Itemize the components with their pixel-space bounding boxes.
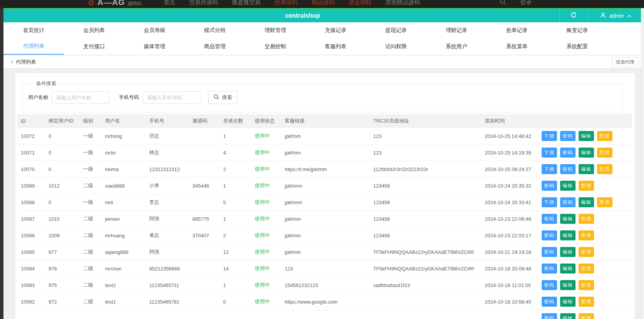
action-button-禁用[interactable]: 禁用 bbox=[579, 313, 594, 319]
action-button-密码[interactable]: 密码 bbox=[542, 297, 557, 307]
action-button-禁用[interactable]: 禁用 bbox=[597, 131, 612, 141]
action-button-密码[interactable]: 密码 bbox=[560, 148, 576, 158]
cell-service-link: https://www.google.com bbox=[281, 299, 369, 305]
nav-item[interactable]: 提现记录 bbox=[366, 22, 426, 39]
page-title: 代理列表 bbox=[16, 59, 36, 65]
action-button-禁用[interactable]: 禁用 bbox=[579, 181, 594, 191]
action-button-密码[interactable]: 密码 bbox=[560, 197, 576, 207]
nav-item[interactable]: 媒体管理 bbox=[124, 39, 185, 55]
action-button-密码[interactable]: 密码 bbox=[542, 247, 557, 257]
action-button-禁用[interactable]: 禁用 bbox=[597, 197, 612, 207]
action-button-禁用[interactable]: 禁用 bbox=[597, 148, 612, 158]
action-button-密码[interactable]: 密码 bbox=[560, 164, 576, 174]
cell-added-time: 2024-10-23 22:03:17 bbox=[481, 233, 538, 238]
add-agent-button[interactable]: 添加代理 bbox=[612, 57, 639, 67]
site-nav-link[interactable]: 其他精品源码 bbox=[385, 0, 420, 6]
action-button-编辑[interactable]: 编辑 bbox=[579, 197, 594, 207]
cell-level: 二级 bbox=[79, 265, 101, 272]
site-login-link[interactable]: 登录 bbox=[520, 0, 532, 6]
nav-item[interactable]: 系统菜单 bbox=[487, 39, 547, 55]
action-button-下级[interactable]: 下级 bbox=[542, 148, 557, 158]
action-button-下级[interactable]: 下级 bbox=[542, 131, 557, 141]
action-button-编辑[interactable]: 编辑 bbox=[579, 164, 594, 174]
action-button-禁用[interactable]: 禁用 bbox=[579, 280, 594, 290]
action-button-密码[interactable]: 密码 bbox=[542, 230, 557, 240]
cell-id: 10063 bbox=[17, 282, 45, 288]
nav-item[interactable]: 代理列表 bbox=[3, 39, 64, 55]
cell-status: 使用中 bbox=[251, 298, 281, 305]
action-button-密码[interactable]: 密码 bbox=[542, 313, 557, 319]
site-nav-link[interactable]: 首页 bbox=[164, 0, 175, 6]
phone-input[interactable] bbox=[143, 91, 200, 104]
nav-item[interactable]: 账变记录 bbox=[547, 22, 607, 39]
agents-table: ID绑定用户ID级别用户名手机号邀请码登录次数使用状态客服链接TRC20充值地址… bbox=[17, 114, 632, 319]
cell-trc20-address: 123456 bbox=[369, 233, 481, 238]
cell-phone: 小李 bbox=[145, 182, 189, 189]
site-logo-text: A—AG bbox=[97, 0, 125, 7]
nav-item[interactable]: 系统用户 bbox=[426, 39, 487, 55]
action-button-密码[interactable]: 密码 bbox=[542, 181, 557, 191]
nav-item[interactable]: 理财管理 bbox=[245, 22, 305, 39]
nav-item[interactable]: 首页统计 bbox=[3, 22, 64, 39]
nav-item[interactable]: 支付接口 bbox=[64, 39, 124, 55]
action-button-编辑[interactable]: 编辑 bbox=[560, 313, 576, 319]
nav-item[interactable]: 访问权限 bbox=[366, 39, 426, 55]
action-button-禁用[interactable]: 禁用 bbox=[579, 297, 594, 307]
site-logo[interactable]: A—AG 源码站 bbox=[88, 0, 142, 7]
nav-item[interactable]: 充值记录 bbox=[305, 22, 366, 39]
action-button-禁用[interactable]: 禁用 bbox=[579, 214, 594, 224]
nav-item[interactable]: 系统配置 bbox=[547, 39, 607, 55]
cell-level: 二级 bbox=[79, 215, 101, 222]
nav-item[interactable]: 会员列表 bbox=[64, 22, 124, 39]
nav-item[interactable]: 抢单记录 bbox=[487, 22, 547, 39]
action-button-密码[interactable]: 密码 bbox=[560, 131, 576, 141]
action-button-编辑[interactable]: 编辑 bbox=[579, 131, 594, 141]
action-button-禁用[interactable]: 禁用 bbox=[597, 164, 612, 174]
username-input[interactable] bbox=[52, 91, 110, 104]
action-button-密码[interactable]: 密码 bbox=[542, 264, 557, 274]
site-nav-link[interactable]: 资金理财 bbox=[349, 0, 372, 6]
table-row: 10069 1012 二级 xiaoli888 小李 345446 1 使用中 … bbox=[17, 178, 632, 194]
site-search-icon[interactable] bbox=[500, 0, 506, 7]
table-row: 10064 976 二级 mrchen 85212356666 14 使用中 1… bbox=[17, 260, 632, 277]
action-button-禁用[interactable]: 禁用 bbox=[579, 230, 594, 240]
action-button-编辑[interactable]: 编辑 bbox=[560, 280, 576, 290]
action-button-编辑[interactable]: 编辑 bbox=[560, 230, 576, 240]
action-button-编辑[interactable]: 编辑 bbox=[560, 214, 576, 224]
site-nav-link[interactable]: 交易所源码 bbox=[189, 0, 218, 6]
page-scrollbar[interactable] bbox=[641, 8, 644, 319]
action-button-编辑[interactable]: 编辑 bbox=[560, 264, 576, 274]
action-button-禁用[interactable]: 禁用 bbox=[579, 247, 594, 257]
cell-actions: 密码编辑禁用 bbox=[538, 297, 630, 307]
action-button-编辑[interactable]: 编辑 bbox=[560, 181, 576, 191]
nav-item[interactable]: 商品管理 bbox=[185, 39, 245, 55]
nav-item[interactable]: 理财记录 bbox=[426, 22, 487, 39]
action-button-编辑[interactable]: 编辑 bbox=[579, 148, 594, 158]
cell-id: 10071 bbox=[17, 150, 45, 156]
refresh-button[interactable] bbox=[560, 9, 587, 22]
table-row: 10066 1009 二级 mrhuang 黄总 370407 2 使用中 jp… bbox=[17, 227, 632, 244]
site-nav-link[interactable]: 抢单源码 bbox=[275, 0, 298, 6]
search-button-label: 搜索 bbox=[222, 94, 232, 101]
action-button-编辑[interactable]: 编辑 bbox=[560, 247, 576, 257]
search-fieldset: 条件搜索 用户名称 手机号码 搜索 bbox=[22, 83, 622, 112]
action-button-密码[interactable]: 密码 bbox=[542, 214, 557, 224]
action-button-禁用[interactable]: 禁用 bbox=[579, 264, 594, 274]
nav-item[interactable]: 交易控制 bbox=[245, 39, 305, 55]
cell-invite-code: 370407 bbox=[189, 233, 219, 238]
nav-item[interactable]: 会员等级 bbox=[124, 22, 185, 39]
column-header: 客服链接 bbox=[281, 118, 369, 124]
cell-added-time: 2024-10-24 20:33:41 bbox=[481, 200, 538, 205]
user-menu[interactable]: admin bbox=[588, 9, 644, 22]
action-button-编辑[interactable]: 编辑 bbox=[560, 297, 576, 307]
site-nav-link[interactable]: 微盘微交易 bbox=[232, 0, 261, 6]
action-button-密码[interactable]: 密码 bbox=[542, 280, 557, 290]
nav-item[interactable]: 客服列表 bbox=[305, 39, 366, 55]
action-button-下级[interactable]: 下级 bbox=[542, 164, 557, 174]
cell-trc20-address: 112fdsfd2r3r32r3223r23r bbox=[369, 166, 481, 172]
nav-item[interactable]: 模式分组 bbox=[185, 22, 245, 39]
search-button[interactable]: 搜索 bbox=[208, 91, 237, 104]
cell-phone: 85212356666 bbox=[145, 266, 189, 272]
action-button-下级[interactable]: 下级 bbox=[542, 197, 557, 207]
site-nav-link[interactable]: 精品源码 bbox=[312, 0, 335, 6]
